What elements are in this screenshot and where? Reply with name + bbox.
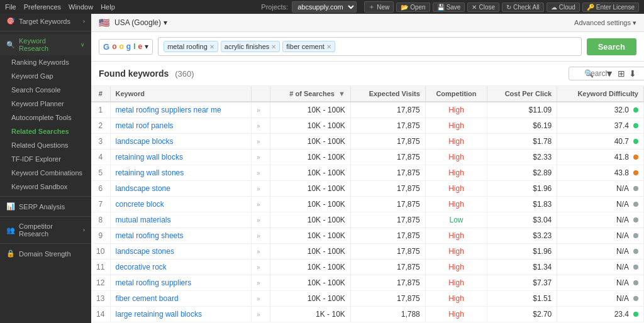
project-select[interactable]: abcsupply.com [292, 1, 357, 13]
sidebar-keyword-research-group[interactable]: 🔍 Keyword Research ∨ [0, 34, 91, 55]
new-icon: ＋ [369, 3, 375, 11]
menu-help[interactable]: Help [101, 3, 115, 11]
google-logo-icon: G [103, 42, 109, 52]
remove-keyword-2[interactable]: ✕ [271, 43, 276, 50]
sidebar: 🎯 Target Keywords › 🔍 Keyword Research ∨… [0, 14, 91, 323]
keyword-link[interactable]: large retaining wall blocks [116, 310, 202, 319]
sidebar-item-tfidf-explorer[interactable]: TF-IDF Explorer [0, 152, 91, 166]
sidebar-item-keyword-planner[interactable]: Keyword Planner [0, 97, 91, 111]
row-kd: N/A [557, 244, 644, 260]
keyword-link[interactable]: landscape stones [116, 247, 174, 256]
row-num: 4 [91, 150, 110, 165]
search-button[interactable]: Search [587, 38, 636, 55]
table-row: 7 concrete block » 10K - 100K 17,875 Hig… [91, 197, 644, 212]
row-competition: High [425, 118, 487, 134]
row-num: 14 [91, 307, 110, 322]
row-cpc: $1.34 [487, 260, 557, 275]
menu-window[interactable]: Window [69, 3, 93, 11]
row-num: 1 [91, 102, 110, 118]
download-icon[interactable]: ⬇ [629, 68, 636, 79]
keyword-input[interactable] [338, 42, 432, 51]
row-kd: 43.8 [557, 165, 644, 181]
sort-arrow-icon: ▼ [338, 90, 345, 97]
keyword-link[interactable]: retaining wall stones [116, 168, 184, 177]
keywords-input-box[interactable]: metal roofing ✕ acrylic finishes ✕ fiber… [158, 37, 581, 56]
sidebar-item-competitor-research[interactable]: 👥 Competitor Research › [0, 219, 91, 241]
competitor-icon: 👥 [6, 226, 15, 234]
row-searches: 10K - 100K [270, 118, 350, 134]
keyword-link[interactable]: mutual materials [116, 216, 171, 224]
row-num: 5 [91, 165, 110, 181]
advanced-settings-button[interactable]: Advanced settings ▾ [574, 19, 636, 27]
keyword-link[interactable]: metal roofing suppliers near me [116, 106, 221, 114]
found-count: (360) [175, 69, 194, 79]
table-row: 6 landscape stone » 10K - 100K 17,875 Hi… [91, 181, 644, 197]
found-title: Found keywords [99, 68, 169, 79]
search-engine-select[interactable]: G oogle ▾ [99, 39, 153, 55]
keyword-link[interactable]: concrete block [116, 200, 164, 209]
table-row: 11 decorative rock » 10K - 100K 17,875 H… [91, 260, 644, 275]
keyword-link[interactable]: metal roofing suppliers [116, 278, 192, 287]
enter-license-button[interactable]: 🔑Enter License [582, 3, 639, 12]
sidebar-item-domain-strength[interactable]: 🔒 Domain Strength [0, 246, 91, 261]
check-all-button[interactable]: ↻Check All [502, 3, 544, 12]
row-competition: High [425, 260, 487, 275]
kd-dot-icon [633, 249, 638, 254]
keyword-link[interactable]: retaining wall blocks [116, 153, 183, 162]
table-row: 13 fiber cement board » 10K - 100K 17,87… [91, 291, 644, 307]
keyword-link[interactable]: landscape blocks [116, 137, 174, 146]
sidebar-item-search-console[interactable]: Search Console [0, 83, 91, 97]
keyword-link[interactable]: metal roofing sheets [116, 231, 184, 240]
row-cpc: $1.51 [487, 291, 557, 307]
keyword-link[interactable]: landscape stone [116, 184, 170, 193]
sidebar-item-serp-analysis[interactable]: 📊 SERP Analysis [0, 199, 91, 214]
row-keyword: metal roofing suppliers [110, 275, 251, 291]
sidebar-item-target-keywords[interactable]: 🎯 Target Keywords › [0, 14, 91, 28]
sidebar-item-related-searches[interactable]: Related Searches [0, 124, 91, 138]
remove-keyword-1[interactable]: ✕ [209, 43, 214, 50]
save-button[interactable]: 💾Save [433, 3, 465, 12]
row-kd: 40.7 [557, 134, 644, 150]
row-keyword: retaining wall blocks [110, 150, 251, 165]
sidebar-item-related-questions[interactable]: Related Questions [0, 138, 91, 152]
keyword-link[interactable]: metal roof panels [116, 121, 174, 130]
row-searches: 10K - 100K [270, 212, 350, 228]
col-searches[interactable]: # of Searches ▼ [270, 86, 350, 102]
target-keywords-icon: 🎯 [6, 17, 15, 25]
sidebar-item-keyword-combinations[interactable]: Keyword Combinations [0, 166, 91, 180]
row-cpc: $1.78 [487, 134, 557, 150]
row-visits: 17,875 [350, 181, 425, 197]
sidebar-item-keyword-gap[interactable]: Keyword Gap [0, 69, 91, 83]
keyword-link[interactable]: decorative rock [116, 263, 167, 271]
sidebar-item-ranking-keywords[interactable]: Ranking Keywords [0, 55, 91, 69]
sidebar-item-autocomplete-tools[interactable]: Autocomplete Tools [0, 111, 91, 124]
row-kd: N/A [557, 197, 644, 212]
region-button[interactable]: USA (Google) ▾ [114, 18, 167, 27]
keywords-table-container: # Keyword # of Searches ▼ Expected Visit… [91, 86, 644, 323]
row-num: 2 [91, 118, 110, 134]
row-kd: N/A [557, 228, 644, 244]
row-visits: 17,875 [350, 212, 425, 228]
check-all-icon: ↻ [506, 4, 511, 11]
remove-keyword-3[interactable]: ✕ [326, 43, 331, 50]
new-button[interactable]: ＋New [364, 1, 394, 13]
close-button[interactable]: ✕Close [467, 3, 499, 12]
row-keyword: landscape stone [110, 181, 251, 197]
cloud-button[interactable]: ☁Cloud [547, 3, 580, 12]
open-button[interactable]: 📂Open [396, 3, 430, 12]
row-searches: 10K - 100K [270, 134, 350, 150]
table-row: 4 retaining wall blocks » 10K - 100K 17,… [91, 150, 644, 165]
menu-file[interactable]: File [5, 3, 16, 11]
row-visits: 17,875 [350, 134, 425, 150]
filter-icon[interactable]: ▼ [605, 68, 614, 79]
kd-dot-icon [633, 186, 638, 191]
table-row: 10 landscape stones » 10K - 100K 17,875 … [91, 244, 644, 260]
sidebar-divider-3 [0, 216, 91, 217]
kd-dot-icon [633, 280, 638, 285]
row-cpc: $2.33 [487, 150, 557, 165]
menu-preferences[interactable]: Preferences [24, 3, 61, 11]
grid-view-icon[interactable]: ⊞ [618, 68, 625, 79]
sidebar-item-keyword-sandbox[interactable]: Keyword Sandbox [0, 180, 91, 194]
chevron-right-icon: › [83, 18, 85, 25]
keyword-link[interactable]: fiber cement board [116, 294, 179, 303]
